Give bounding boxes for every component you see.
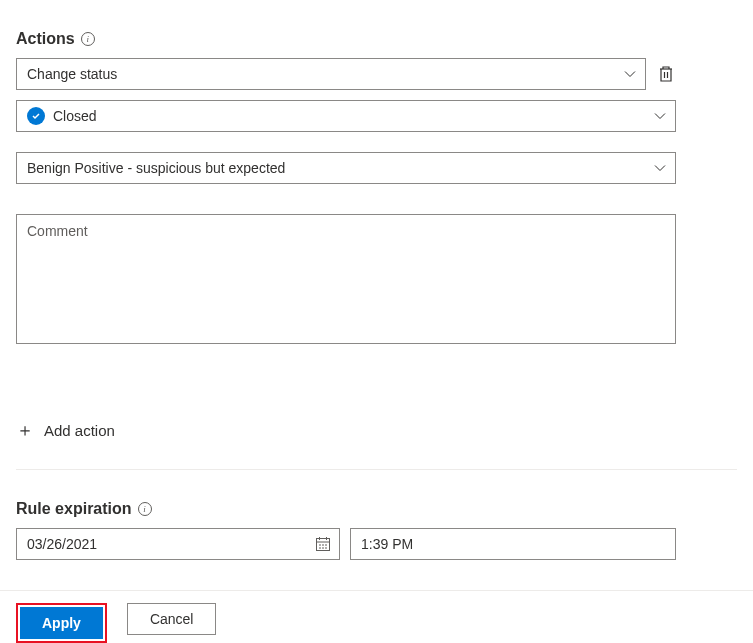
change-status-dropdown[interactable]: Change status [16, 58, 646, 90]
add-action-button[interactable]: ＋ Add action [16, 417, 737, 443]
actions-header: Actions i [16, 30, 737, 48]
expiration-title: Rule expiration [16, 500, 132, 518]
cancel-button[interactable]: Cancel [127, 603, 217, 635]
check-circle-icon [27, 107, 45, 125]
classification-dropdown[interactable]: Benign Positive - suspicious but expecte… [16, 152, 676, 184]
apply-highlight: Apply [16, 603, 107, 643]
section-divider [16, 469, 737, 470]
info-icon[interactable]: i [138, 502, 152, 516]
date-value: 03/26/2021 [27, 536, 97, 552]
calendar-icon [315, 536, 331, 552]
add-action-label: Add action [44, 422, 115, 439]
comment-textarea[interactable] [16, 214, 676, 344]
actions-title: Actions [16, 30, 75, 48]
chevron-down-icon [653, 161, 667, 175]
info-icon[interactable]: i [81, 32, 95, 46]
status-value: Closed [53, 108, 97, 124]
chevron-down-icon [653, 109, 667, 123]
delete-action-button[interactable] [656, 64, 676, 84]
date-picker[interactable]: 03/26/2021 [16, 528, 340, 560]
expiration-header: Rule expiration i [16, 500, 737, 518]
change-status-label: Change status [27, 66, 117, 82]
plus-icon: ＋ [16, 421, 34, 439]
apply-button[interactable]: Apply [20, 607, 103, 639]
classification-value: Benign Positive - suspicious but expecte… [27, 160, 285, 176]
chevron-down-icon [623, 67, 637, 81]
status-dropdown[interactable]: Closed [16, 100, 676, 132]
time-input[interactable] [350, 528, 676, 560]
